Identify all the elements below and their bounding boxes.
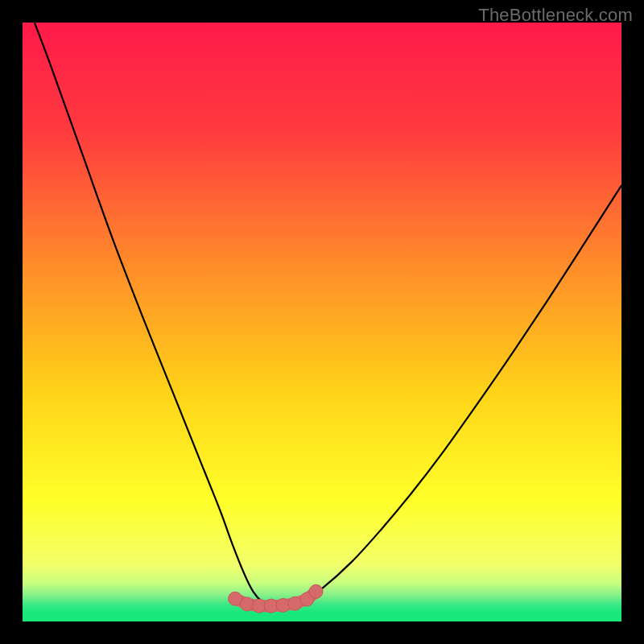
plot-area: [23, 23, 621, 621]
valley-dot: [276, 598, 290, 612]
watermark-text: TheBottleneck.com: [478, 5, 633, 26]
gradient-background: [23, 23, 621, 621]
bottleneck-chart: [23, 23, 621, 621]
valley-dot: [241, 597, 254, 611]
chart-frame: TheBottleneck.com: [0, 0, 644, 644]
valley-dot: [309, 584, 323, 598]
